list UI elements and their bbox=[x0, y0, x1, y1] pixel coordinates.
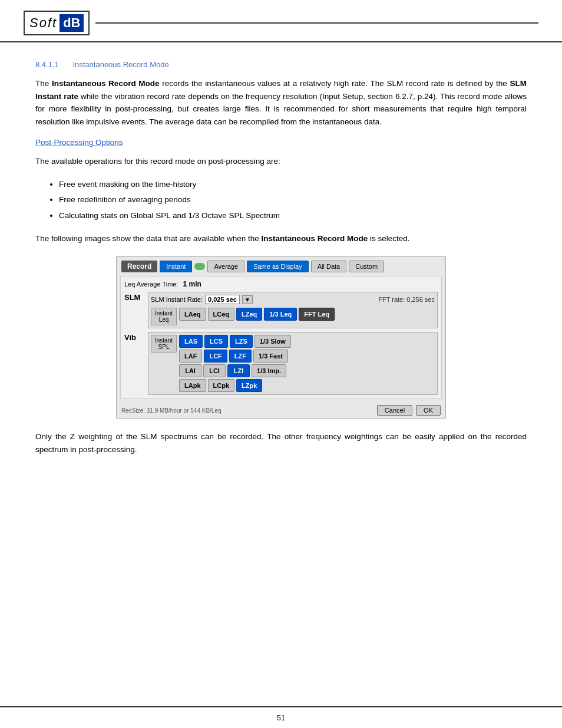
btn-laeq[interactable]: LAeq bbox=[179, 308, 206, 321]
recsize-row: RecSize: 31,9 MB/hour or 544 KB/Leq Canc… bbox=[117, 403, 445, 418]
btn-lai[interactable]: LAI bbox=[179, 364, 201, 377]
toggle-indicator bbox=[194, 263, 205, 270]
vib-row-4: LApk LCpk LZpk bbox=[179, 379, 291, 392]
vib-row-1: LAS LCS LZS 1/3 Slow bbox=[179, 335, 291, 348]
slm-inner: SLM Instant Rate: 0,025 sec ▼ FFT rate: … bbox=[148, 292, 438, 328]
vib-row-3: LAI LCI LZI 1/3 Imp. bbox=[179, 364, 291, 377]
btn-lceq[interactable]: LCeq bbox=[208, 308, 235, 321]
btn-lci[interactable]: LCI bbox=[203, 364, 226, 377]
slm-rate-row: SLM Instant Rate: 0,025 sec ▼ FFT rate: … bbox=[151, 295, 435, 304]
fft-rate: FFT rate: 0,256 sec bbox=[378, 296, 435, 303]
logo: Soft dB bbox=[24, 11, 90, 35]
slm-btn-group: LAeq LCeq LZeq 1/3 Leq FFT Leq bbox=[179, 308, 335, 321]
content: 8.4.1.1 Instantaneous Record Mode The In… bbox=[0, 42, 562, 706]
instant-spl-label: InstantSPL bbox=[151, 335, 177, 353]
header-line bbox=[95, 22, 538, 24]
section-title: Instantaneous Record Mode bbox=[72, 60, 168, 69]
btn-lcpk[interactable]: LCpk bbox=[208, 379, 235, 392]
btn-lcs[interactable]: LCS bbox=[204, 335, 228, 348]
paragraph-3: The following images show the data that … bbox=[35, 232, 527, 245]
section-number: 8.4.1.1 bbox=[35, 60, 59, 69]
instant-leq-label: InstantLeq bbox=[151, 308, 177, 325]
btn-13fast[interactable]: 1/3 Fast bbox=[253, 350, 288, 363]
leq-label: Leq Average Time: bbox=[124, 281, 178, 288]
tab-instant[interactable]: Instant bbox=[160, 261, 192, 272]
vib-section: Vib InstantSPL LAS LCS LZS 1/3 Slow bbox=[124, 332, 438, 395]
bold-instantaneous: Instantaneous Record Mode bbox=[52, 79, 160, 88]
btn-lcf[interactable]: LCF bbox=[204, 350, 227, 363]
vib-grid: LAS LCS LZS 1/3 Slow LAF LCF LZF bbox=[179, 335, 291, 392]
page-number: 51 bbox=[277, 713, 285, 722]
header: Soft dB bbox=[0, 0, 562, 42]
post-processing-link[interactable]: Post-Processing Options bbox=[35, 137, 527, 155]
slm-section: SLM SLM Instant Rate: 0,025 sec ▼ FFT ra… bbox=[124, 292, 438, 328]
slm-buttons-grid: InstantLeq LAeq LCeq LZeq 1/3 Leq FFT Le… bbox=[151, 308, 435, 325]
tab-custom[interactable]: Custom bbox=[349, 261, 384, 272]
btn-lzeq[interactable]: LZeq bbox=[236, 308, 262, 321]
paragraph-2: The available operations for this record… bbox=[35, 155, 527, 168]
vib-rows: InstantSPL LAS LCS LZS 1/3 Slow bbox=[151, 335, 435, 392]
bullet-list: Free event masking on the time-history F… bbox=[59, 177, 527, 223]
slm-rate-value: 0,025 sec bbox=[205, 295, 240, 304]
leq-row: Leq Average Time: 1 min bbox=[124, 280, 438, 288]
slm-rate-label: SLM Instant Rate: bbox=[151, 296, 203, 303]
page: Soft dB 8.4.1.1 Instantaneous Record Mod… bbox=[0, 0, 562, 728]
action-buttons: Cancel OK bbox=[377, 405, 441, 416]
btn-lzf[interactable]: LZF bbox=[229, 350, 252, 363]
bullet-item-2: Free redefinition of averaging periods bbox=[59, 193, 527, 207]
tab-all-data[interactable]: All Data bbox=[311, 261, 347, 272]
dropdown-arrow[interactable]: ▼ bbox=[242, 295, 253, 304]
bold-instant-mode: Instantaneous Record Mode bbox=[261, 234, 368, 243]
recsize-label: RecSize: 31,9 MB/hour or 544 KB/Leq bbox=[121, 407, 222, 414]
tab-same-display[interactable]: Same as Display bbox=[247, 261, 309, 272]
section-heading: 8.4.1.1 Instantaneous Record Mode bbox=[35, 60, 527, 69]
btn-fftleq[interactable]: FFT Leq bbox=[299, 308, 335, 321]
bullet-item-3: Calculating stats on Global SPL and 1/3 … bbox=[59, 209, 527, 223]
logo-soft: Soft bbox=[29, 15, 57, 31]
vib-row-2: LAF LCF LZF 1/3 Fast bbox=[179, 350, 291, 363]
bullet-item-1: Free event masking on the time-history bbox=[59, 177, 527, 192]
btn-las[interactable]: LAS bbox=[179, 335, 203, 348]
btn-lapk[interactable]: LApk bbox=[179, 379, 206, 392]
cancel-button[interactable]: Cancel bbox=[377, 405, 412, 416]
tab-average[interactable]: Average bbox=[207, 261, 244, 272]
paragraph-4: Only the Z weighting of the SLM spectrum… bbox=[35, 430, 527, 456]
btn-lzs[interactable]: LZS bbox=[230, 335, 253, 348]
inner-panel: Leq Average Time: 1 min SLM SLM Instant … bbox=[120, 276, 442, 399]
record-bar: Record Instant Average Same as Display A… bbox=[117, 257, 445, 276]
ok-button[interactable]: OK bbox=[416, 405, 441, 416]
btn-13leq[interactable]: 1/3 Leq bbox=[264, 308, 297, 321]
link-label[interactable]: Post-Processing Options bbox=[35, 138, 123, 147]
vib-label: Vib bbox=[124, 332, 148, 342]
record-label: Record bbox=[121, 261, 157, 272]
btn-lzi[interactable]: LZI bbox=[227, 364, 250, 377]
ui-panel: Record Instant Average Same as Display A… bbox=[116, 256, 446, 419]
logo-db: dB bbox=[59, 14, 84, 32]
footer: 51 bbox=[0, 706, 562, 728]
slm-rate-left: SLM Instant Rate: 0,025 sec ▼ bbox=[151, 295, 253, 304]
btn-13imp[interactable]: 1/3 Imp. bbox=[252, 364, 286, 377]
btn-13slow[interactable]: 1/3 Slow bbox=[254, 335, 291, 348]
leq-value: 1 min bbox=[183, 280, 201, 288]
btn-laf[interactable]: LAF bbox=[179, 350, 202, 363]
vib-inner: InstantSPL LAS LCS LZS 1/3 Slow bbox=[148, 332, 438, 395]
btn-lzpk[interactable]: LZpk bbox=[236, 379, 262, 392]
slm-label: SLM bbox=[124, 292, 148, 302]
paragraph-1: The Instantaneous Record Mode records th… bbox=[35, 77, 527, 128]
